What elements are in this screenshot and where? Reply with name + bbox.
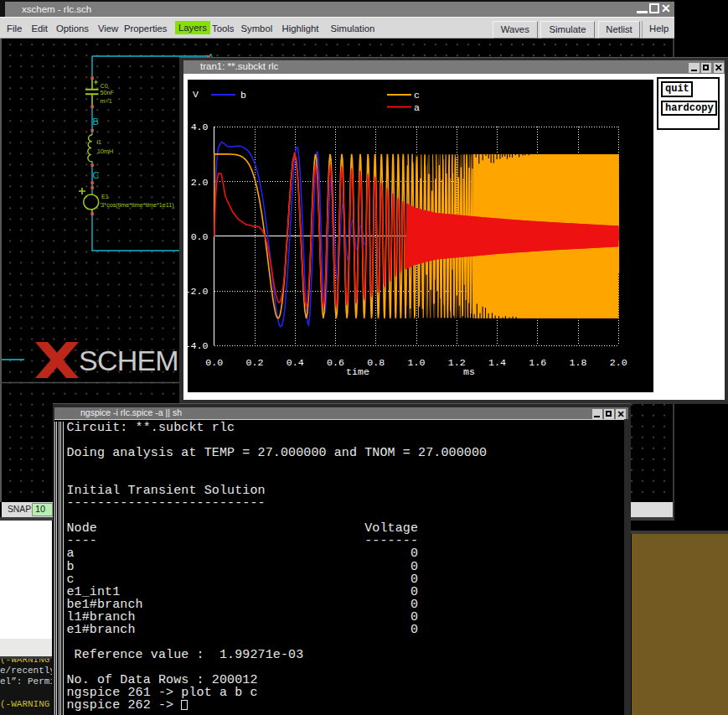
svg-text:time: time bbox=[346, 366, 369, 377]
svg-text:l1: l1 bbox=[97, 138, 102, 146]
svg-text:m=1: m=1 bbox=[101, 97, 112, 105]
svg-text:1.4: 1.4 bbox=[488, 357, 506, 368]
svg-text:-4.0: -4.0 bbox=[188, 340, 209, 351]
svg-text:1.6: 1.6 bbox=[529, 357, 546, 368]
svg-text:C: C bbox=[93, 170, 100, 180]
svg-text:50nF: 50nF bbox=[101, 89, 115, 96]
svg-text:4.0: 4.0 bbox=[191, 122, 209, 132]
svg-text:E1: E1 bbox=[101, 193, 109, 200]
svg-text:a: a bbox=[414, 101, 420, 112]
svg-text:0.4: 0.4 bbox=[287, 357, 304, 368]
svg-text:c: c bbox=[414, 90, 420, 101]
svg-text:10mH: 10mH bbox=[97, 148, 113, 155]
svg-text:ms: ms bbox=[463, 366, 475, 377]
svg-text:V: V bbox=[193, 89, 199, 100]
svg-text:B: B bbox=[93, 117, 99, 127]
svg-text:0.0: 0.0 bbox=[191, 231, 209, 241]
svg-text:SCHEM: SCHEM bbox=[79, 345, 178, 376]
svg-text:1.0: 1.0 bbox=[408, 357, 426, 368]
svg-text:-2.0: -2.0 bbox=[188, 286, 209, 297]
svg-text:0.0: 0.0 bbox=[205, 357, 223, 368]
svg-text:'3*cos(time*time*time*1e11): '3*cos(time*time*time*1e11) bbox=[100, 201, 174, 209]
svg-text:0.6: 0.6 bbox=[327, 357, 344, 368]
svg-text:0.8: 0.8 bbox=[367, 357, 385, 368]
svg-text:2.0: 2.0 bbox=[610, 357, 627, 368]
svg-text:2.0: 2.0 bbox=[191, 176, 209, 187]
svg-text:b: b bbox=[240, 90, 246, 101]
svg-text:0.2: 0.2 bbox=[246, 357, 264, 368]
svg-text:1.8: 1.8 bbox=[570, 357, 587, 368]
